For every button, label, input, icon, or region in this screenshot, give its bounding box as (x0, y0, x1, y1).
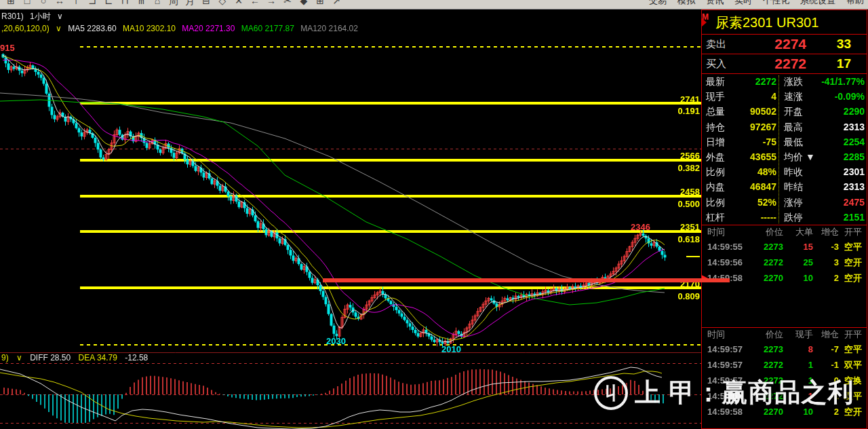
trade-price: 2270 (744, 404, 783, 419)
ma10-value: MA10 2302.10 (123, 24, 176, 33)
trade-time: 14:59:58 (707, 404, 743, 419)
stat-row: 最高2313 (780, 119, 867, 134)
stat-value: 2272 (755, 74, 776, 89)
trade-price: 2273 (744, 239, 783, 255)
week-icon[interactable]: 周 (165, 0, 182, 7)
swing-high-label: 915 (0, 43, 15, 53)
macd-indicator-row: 9) ∨ DIFF 28.50 DEA 34.79 -12.58 (1, 353, 153, 362)
arrow-right-icon[interactable]: → (263, 0, 279, 6)
fork-icon[interactable]: ⋔ (133, 0, 149, 6)
contract-header[interactable]: M尿素2301 UR301 (702, 10, 867, 35)
col-time: 时间 (707, 225, 725, 239)
trade-direction: 空开 (844, 270, 862, 286)
stat-label: 现手 (706, 91, 725, 102)
stat-row: 最新2272 (702, 74, 778, 89)
big-order-table: 时间 价位 大单 增仓 开平 14:59:55227315-3空平14:59:5… (702, 225, 867, 328)
menu-item[interactable]: 实时 (734, 0, 752, 7)
stat-row: 昨结2313 (780, 179, 867, 194)
home-icon[interactable]: ⌂ (149, 0, 165, 6)
col-price: 价位 (744, 225, 783, 239)
stat-row: 外盘43655 (702, 149, 778, 164)
month-icon[interactable]: 月 (182, 0, 198, 7)
trade-row: 14:59:582270102空开 (702, 404, 867, 419)
cross-icon[interactable]: ✕ (231, 0, 247, 6)
stats-grid: 最新2272现手4总量90502持仓97267日增-75外盘43655比例48%… (702, 74, 867, 225)
stat-label: 涨跌 (784, 76, 803, 87)
trade-time: 14:59:57 (707, 373, 743, 388)
stat-row: 现手4 (702, 89, 778, 104)
col-oi-change: 增仓 (814, 225, 839, 239)
fib-ratio-label: 0.809 (632, 291, 700, 301)
col-lots: 大单 (786, 225, 813, 239)
trade-lots: 25 (786, 255, 813, 270)
stat-row: 内盘46847 (702, 179, 778, 194)
trade-direction: 双平 (844, 388, 862, 404)
line-icon[interactable]: ↔ (52, 0, 68, 6)
trade-price: 2272 (744, 373, 783, 388)
circle-icon[interactable]: ○ (35, 0, 52, 6)
table-icon[interactable]: ⊞ (312, 0, 328, 6)
trade-time: 14:59:57 (707, 357, 743, 373)
grid-icon[interactable]: ⊞ (3, 0, 19, 6)
pointer-icon[interactable]: ⊤ (68, 0, 84, 6)
chevron-down-icon[interactable]: ∨ (57, 12, 63, 21)
swing-low-label: 2030 (326, 336, 346, 346)
trade-direction: 空开 (844, 255, 862, 270)
gann-icon[interactable]: ⊓ (117, 0, 133, 6)
stat-row: 杠杆----- (702, 210, 778, 225)
chevron-down-icon[interactable]: ∨ (16, 353, 22, 362)
trade-row: 14:59:5722721-1双平 (702, 357, 867, 373)
stat-label: 最高 (784, 122, 803, 132)
menu-item[interactable]: 个性化 (763, 0, 789, 7)
trade-row: 14:59:5722721-1双平 (702, 388, 867, 404)
fib-price-label: 2741 (632, 94, 700, 105)
stat-label: 涨停 (784, 197, 803, 208)
stat-value: 97267 (750, 119, 776, 134)
menu-item[interactable]: 资讯 (706, 0, 724, 7)
stat-row: 均价 ▼2285 (780, 149, 867, 164)
day-icon[interactable]: ⊟ (198, 0, 214, 6)
ask-qty: 33 (810, 35, 851, 54)
trade-direction: 空开 (844, 404, 862, 419)
stat-row: 比例52% (702, 195, 778, 210)
drawn-resistance-line[interactable] (323, 278, 730, 282)
col-open-close: 开平 (844, 328, 862, 341)
stat-label: 开盘 (784, 106, 803, 117)
shape-icon[interactable]: ◆ (296, 0, 312, 6)
arrow-left-icon[interactable]: ← (247, 0, 263, 6)
fib-ratio-label: 0.618 (632, 234, 700, 244)
trade-time: 14:59:55 (707, 239, 743, 255)
trade-price: 2273 (744, 341, 783, 357)
stat-value: 2301 (844, 164, 865, 179)
rect-icon[interactable]: □ (19, 0, 35, 6)
stat-label: 比例 (706, 166, 725, 177)
trade-direction: 双平 (844, 357, 862, 373)
fib-price-label: 2566 (632, 151, 700, 161)
stat-value: 2313 (844, 119, 865, 134)
fib-ratio-label: 0.382 (632, 163, 700, 173)
timeframe-selector[interactable]: 1小时 (30, 12, 51, 21)
menu-item[interactable]: 交易 (649, 0, 667, 7)
trend-icon[interactable]: ↗ (328, 0, 344, 6)
bid-label: 买入 (706, 58, 726, 69)
menu-item[interactable]: 系统设置 (800, 0, 835, 7)
fib-ratio-label: 0.500 (632, 199, 700, 209)
trade-lots: 10 (786, 404, 813, 419)
menu-item[interactable]: 帮助 (846, 0, 864, 7)
stat-row: 跌停2151 (780, 210, 867, 225)
fib-price-label: 2458 (632, 187, 700, 197)
chevron-down-icon[interactable]: ∨ (56, 24, 62, 33)
ask-row[interactable]: 卖出 2274 33 (702, 35, 867, 54)
ask-label: 卖出 (706, 38, 726, 50)
menu-item[interactable]: 模拟 (677, 0, 695, 7)
stat-value: 2290 (844, 104, 865, 119)
ma-indicator-row: ,20,60,120,0) ∨ MA5 2283.60 MA10 2302.10… (1, 24, 362, 33)
stat-row: 涨跌-41/1.77% (780, 74, 867, 89)
close-bracket-icon[interactable]: ⊏ (100, 0, 117, 6)
diamond-icon[interactable]: ◇ (214, 0, 231, 6)
cut-icon[interactable]: ✂ (279, 0, 296, 6)
price-chart-canvas[interactable] (0, 10, 701, 429)
macd-dea-value: DEA 34.79 (79, 353, 117, 362)
open-bracket-icon[interactable]: ⊐ (84, 0, 100, 6)
bid-row[interactable]: 买入 2272 17 (702, 54, 867, 74)
